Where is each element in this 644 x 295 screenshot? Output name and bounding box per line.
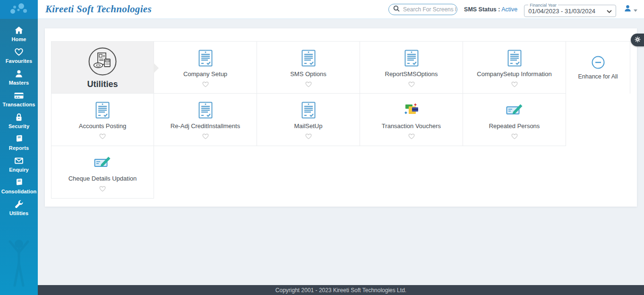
cheering-person-illustration [4, 234, 34, 292]
sidebar-item-label: Home [0, 36, 38, 42]
sms-status: SMS Status : Active [464, 6, 517, 13]
favourite-heart-icon[interactable] [202, 81, 209, 88]
tile-company-setup[interactable]: Company Setup [154, 41, 257, 94]
favourite-heart-icon[interactable] [408, 81, 415, 88]
favourite-heart-icon[interactable] [511, 133, 518, 140]
person-icon [0, 69, 38, 78]
tile-reportsmsoptions[interactable]: ReportSMSOptions [360, 41, 463, 94]
favourite-heart-icon[interactable] [202, 133, 209, 140]
top-header: Kireeti Soft Technologies SMS Status : A… [38, 0, 644, 19]
tile-label: MailSetUp [294, 122, 323, 130]
tile-label: Re-Adj CreditInstallments [171, 122, 240, 130]
tile-label: CompanySetup Information [477, 70, 551, 78]
envelope-icon [0, 156, 38, 165]
favourite-heart-icon[interactable] [99, 185, 106, 192]
tile-enhance-for-all[interactable]: Enhance for All [566, 41, 630, 94]
document-icon [95, 99, 110, 121]
lock-icon [0, 113, 38, 122]
vouchers-icon [404, 99, 419, 121]
tile-label: Company Setup [183, 70, 227, 78]
gear-icon [635, 36, 641, 44]
financial-year-label: Financial Year [528, 3, 558, 8]
sidebar-item-home[interactable]: Home [0, 23, 38, 44]
sidebar-item-label: Security [0, 123, 38, 129]
sidebar-item-label: Utilities [0, 210, 38, 216]
tile-repeated-persons[interactable]: Repeated Persons [463, 94, 566, 146]
cheque-pen-icon [506, 99, 523, 121]
copyright-text: Copyright 2001 - 2023 Kireeti Soft Techn… [275, 287, 406, 294]
credit-card-icon [0, 91, 38, 100]
sidebar: HomeFavouritesMastersTransactionsSecurit… [0, 0, 38, 295]
tile-utilities[interactable]: Utilities [51, 41, 154, 94]
sidebar-item-label: Transactions [0, 102, 38, 107]
document-icon [507, 47, 522, 69]
sidebar-item-label: Masters [0, 80, 38, 86]
sidebar-item-utilities[interactable]: Utilities [0, 197, 38, 218]
wrench-icon [0, 200, 38, 209]
accounting-icon [88, 46, 117, 77]
screens-panel: UtilitiesCompany SetupSMS OptionsReportS… [45, 28, 637, 207]
circle-minus-icon [591, 53, 605, 72]
brand-title: Kireeti Soft Technologies [45, 3, 152, 15]
search-icon [393, 5, 400, 14]
app-logo[interactable] [0, 0, 38, 19]
sidebar-item-enquiry[interactable]: Enquiry [0, 153, 38, 175]
heart-icon [0, 47, 38, 57]
favourite-heart-icon[interactable] [305, 133, 312, 140]
tile-label: Transaction Vouchers [382, 122, 441, 130]
sidebar-item-label: Consolidation [0, 189, 38, 194]
favourite-heart-icon[interactable] [99, 133, 106, 140]
tile-companysetup-information[interactable]: CompanySetup Information [463, 41, 566, 94]
tiles-row: UtilitiesCompany SetupSMS OptionsReportS… [51, 41, 630, 94]
favourite-heart-icon[interactable] [305, 81, 312, 88]
screen-search[interactable] [388, 4, 457, 15]
sidebar-item-reports[interactable]: Reports [0, 131, 38, 153]
tile-label: Enhance for All [578, 73, 618, 80]
footer: Copyright 2001 - 2023 Kireeti Soft Techn… [38, 285, 644, 295]
tile-accounts-posting[interactable]: Accounts Posting [51, 94, 154, 146]
tiles-grid: UtilitiesCompany SetupSMS OptionsReportS… [51, 41, 630, 199]
sidebar-item-security[interactable]: Security [0, 110, 38, 131]
favourite-heart-icon[interactable] [408, 133, 415, 140]
tile-sms-options[interactable]: SMS Options [257, 41, 360, 94]
tile-label: ReportSMSOptions [385, 70, 438, 78]
user-menu[interactable] [623, 3, 638, 15]
tile-label: SMS Options [290, 70, 326, 78]
book-icon [0, 178, 38, 187]
sidebar-item-transactions[interactable]: Transactions [0, 88, 38, 110]
document-icon [404, 47, 419, 69]
cheque-pen-icon [94, 152, 111, 174]
book-icon [0, 134, 38, 144]
tile-label: Repeated Persons [489, 122, 540, 130]
sidebar-item-label: Reports [0, 145, 38, 151]
sidebar-item-label: Enquiry [0, 167, 38, 173]
document-icon [301, 99, 316, 121]
settings-gear-button[interactable] [631, 34, 644, 46]
sidebar-item-consolidation[interactable]: Consolidation [0, 175, 38, 197]
home-icon [0, 26, 38, 35]
sidebar-nav: HomeFavouritesMastersTransactionsSecurit… [0, 23, 38, 218]
tiles-row: Cheque Details Updation [51, 146, 630, 199]
sms-status-label: SMS Status : [464, 6, 500, 13]
document-icon [198, 47, 213, 69]
favourite-heart-icon[interactable] [511, 81, 518, 88]
sidebar-item-label: Favourites [0, 58, 38, 64]
sidebar-item-masters[interactable]: Masters [0, 66, 38, 88]
sidebar-item-favourites[interactable]: Favourites [0, 44, 38, 66]
sms-status-value: Active [501, 6, 517, 13]
dots-logo-icon [7, 2, 31, 17]
financial-year-select[interactable]: Financial Year 01/04/2023 - 31/03/2024 [524, 3, 616, 17]
tiles-row: Accounts PostingRe-Adj CreditInstallment… [51, 94, 630, 146]
document-icon [301, 47, 316, 69]
financial-year-value: 01/04/2023 - 31/03/2024 [528, 8, 595, 15]
document-icon [198, 99, 213, 121]
tile-mailsetup[interactable]: MailSetUp [257, 94, 360, 146]
tile-re-adj-creditinstallments[interactable]: Re-Adj CreditInstallments [154, 94, 257, 146]
user-icon [624, 4, 632, 14]
tile-transaction-vouchers[interactable]: Transaction Vouchers [360, 94, 463, 146]
tile-cheque-details-updation[interactable]: Cheque Details Updation [51, 146, 154, 199]
tile-label: Utilities [87, 79, 118, 89]
chevron-down-icon [607, 8, 612, 15]
header-controls: SMS Status : Active Financial Year 01/04… [388, 2, 644, 17]
search-input[interactable] [402, 6, 457, 13]
